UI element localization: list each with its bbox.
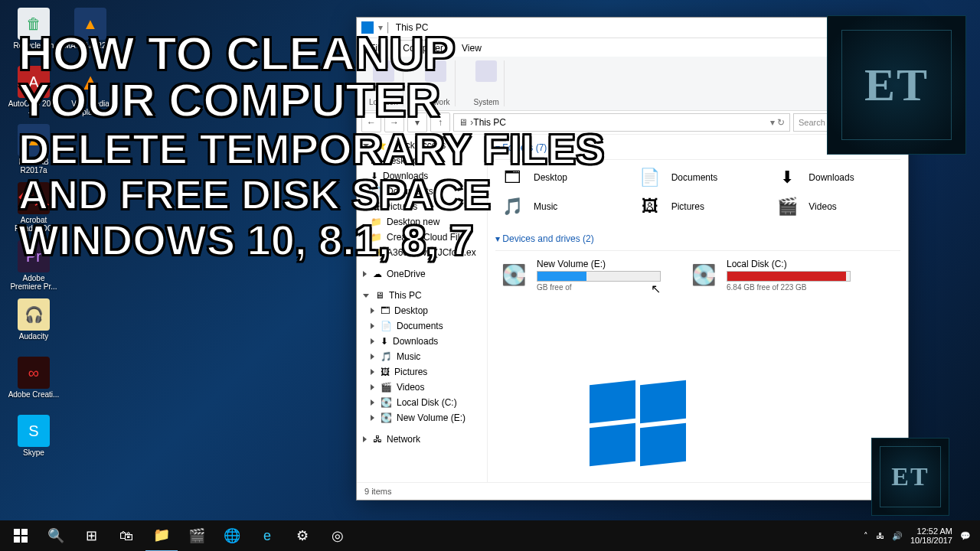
nav-item-downloads[interactable]: ⬇ Downloads	[357, 168, 487, 184]
channel-logo-large: ET	[827, 15, 966, 155]
svg-rect-0	[14, 529, 20, 535]
drive-new-volume-e[interactable]: 💽 New Volume (E:) GB free of	[495, 256, 662, 295]
address-bar[interactable]: 🖥 › This PC▾ ↻	[453, 113, 790, 132]
desktop-folder-icon: 🗔	[497, 166, 528, 189]
nav-item-pictures[interactable]: 🖼 Pictures	[357, 199, 487, 214]
windows-logo-icon	[590, 383, 689, 467]
taskbar-settings-button[interactable]: ⚙	[286, 520, 318, 551]
desktop-icon-autocad[interactable]: AAutoCAD 2017 - ...	[6, 64, 61, 121]
settings-icon[interactable]	[475, 60, 497, 82]
svg-rect-2	[14, 536, 20, 543]
tab-view[interactable]: View	[453, 40, 490, 57]
drive-usage-bar	[537, 271, 661, 282]
quick-access-toolbar[interactable]: ▾ │	[378, 22, 391, 33]
tab-file[interactable]: File	[361, 40, 393, 57]
desktop-icon-skype[interactable]: SSkype	[6, 413, 61, 470]
desktop-icon-matlab-2[interactable]: ▲MATLAB R20...	[63, 6, 118, 63]
tray-overflow-icon[interactable]: ˄	[864, 531, 868, 541]
nav-forward-button[interactable]: →	[384, 112, 404, 132]
tray-network-icon[interactable]: 🖧	[876, 531, 884, 540]
folder-documents[interactable]: 📄Documents	[633, 165, 763, 191]
folder-downloads[interactable]: ⬇Downloads	[770, 165, 900, 191]
taskbar-explorer-button[interactable]: 📁	[145, 520, 178, 551]
channel-logo-small: ET	[871, 438, 949, 516]
nav-item-documents[interactable]: 📄 Documents	[357, 184, 487, 199]
taskbar-movies-button[interactable]: 🎬	[181, 520, 213, 551]
nav-onedrive[interactable]: ☁ OneDrive	[357, 266, 487, 282]
tray-volume-icon[interactable]: 🔊	[892, 531, 903, 541]
desktop-icon-matlab[interactable]: ▲MATLAB R2017a	[6, 122, 61, 179]
explorer-icon	[361, 21, 374, 34]
tray-notifications-icon[interactable]: 💬	[960, 531, 971, 541]
svg-rect-1	[21, 529, 28, 535]
address-bar-row: ← → ▾ ↑ 🖥 › This PC▾ ↻ Search Thi...	[357, 111, 908, 135]
ribbon-group-system: System	[469, 60, 505, 106]
desktop-icon-premiere[interactable]: PrAdobe Premiere Pr...	[6, 239, 61, 295]
taskbar-taskview-button[interactable]: ⊞	[75, 520, 107, 551]
nav-pc-documents[interactable]: 📄 Documents	[357, 318, 487, 334]
nav-item-desktop[interactable]: 🗔 Desktop	[357, 153, 487, 168]
folder-pictures[interactable]: 🖼Pictures	[633, 194, 763, 220]
folder-videos[interactable]: 🎬Videos	[770, 194, 900, 220]
desktop-icon-audacity[interactable]: 🎧Audacity	[6, 297, 61, 354]
status-bar: 9 items	[357, 482, 908, 500]
drive-icon: 💽	[688, 260, 719, 291]
nav-network[interactable]: 🖧 Network	[357, 432, 487, 447]
taskbar: 🔍 ⊞ 🛍 📁 🎬 🌐 e ⚙ ◎ ˄ 🖧 🔊 12:52 AM 10/18/2…	[0, 520, 980, 551]
drive-icon: 💽	[498, 260, 529, 291]
nav-pc-local-c[interactable]: 💽 Local Disk (C:)	[357, 395, 487, 410]
taskbar-obs-button[interactable]: ◎	[322, 520, 354, 551]
nav-pc-music[interactable]: 🎵 Music	[357, 349, 487, 364]
nav-recent-button[interactable]: ▾	[407, 112, 427, 132]
ribbon-group-network: Network	[417, 60, 456, 106]
downloads-folder-icon: ⬇	[772, 166, 802, 189]
section-devices[interactable]: ▾ Devices and drives (2)	[495, 230, 900, 251]
drive-usage-bar	[727, 271, 851, 282]
folder-music[interactable]: 🎵Music	[495, 194, 626, 220]
taskbar-edge-button[interactable]: e	[251, 520, 283, 551]
nav-up-button[interactable]: ↑	[430, 112, 450, 132]
desktop-icon-acrobat[interactable]: �人Acrobat Reader DC	[6, 181, 61, 237]
desktop-icon-creative-cloud[interactable]: ∞Adobe Creati...	[6, 355, 61, 412]
content-pane[interactable]: ▾ Folders (7) 🗔Desktop 📄Documents ⬇Downl…	[488, 135, 908, 482]
desktop-icon-recycle-bin[interactable]: 🗑Recycle Bin	[6, 6, 61, 63]
nav-item-creative-cloud[interactable]: 📁 Creative Cloud Files	[357, 230, 487, 245]
navigation-pane[interactable]: ⭐ Quick access 🗔 Desktop ⬇ Downloads 📄 D…	[357, 135, 488, 482]
pictures-folder-icon: 🖼	[635, 195, 665, 218]
drive-local-c[interactable]: 💽 Local Disk (C:) 6.84 GB free of 223 GB	[685, 256, 852, 295]
nav-item-a360[interactable]: 📁 A360 Drive (JCfoul.ex	[357, 245, 487, 260]
window-titlebar[interactable]: ▾ │ This PC	[357, 18, 908, 38]
system-tray[interactable]: ˄ 🖧 🔊 12:52 AM 10/18/2017 💬	[864, 527, 975, 545]
desktop-icons-column-2: ▲MATLAB R20... ▲VLC media pla...	[63, 6, 118, 121]
desktop-icon-vlc[interactable]: ▲VLC media pla...	[63, 64, 118, 121]
ribbon: Location Network System ⌃	[357, 57, 908, 111]
start-button[interactable]	[5, 520, 37, 551]
network-drive-icon[interactable]	[425, 60, 446, 82]
nav-this-pc[interactable]: 🖥 This PC	[357, 288, 487, 303]
taskbar-clock[interactable]: 12:52 AM 10/18/2017	[910, 527, 952, 545]
nav-pc-new-volume-e[interactable]: 💽 New Volume (E:)	[357, 410, 487, 425]
taskbar-store-button[interactable]: 🛍	[110, 520, 142, 551]
folder-desktop[interactable]: 🗔Desktop	[495, 165, 626, 191]
desktop-icons-column-1: 🗑Recycle Bin AAutoCAD 2017 - ... ▲MATLAB…	[6, 6, 61, 470]
nav-quick-access[interactable]: ⭐ Quick access	[357, 138, 487, 153]
nav-pc-videos[interactable]: 🎬 Videos	[357, 380, 487, 395]
tab-computer[interactable]: Computer	[394, 40, 452, 57]
taskbar-chrome-button[interactable]: 🌐	[216, 520, 248, 551]
window-title: This PC	[396, 22, 429, 33]
ribbon-group-location: Location	[364, 60, 403, 106]
documents-folder-icon: 📄	[635, 166, 665, 189]
properties-icon[interactable]	[373, 60, 394, 82]
taskbar-search-button[interactable]: 🔍	[40, 520, 72, 551]
nav-pc-downloads[interactable]: ⬇ Downloads	[357, 334, 487, 349]
nav-pc-pictures[interactable]: 🖼 Pictures	[357, 364, 487, 380]
videos-folder-icon: 🎬	[772, 195, 802, 218]
music-folder-icon: 🎵	[497, 195, 528, 218]
nav-item-desktop-new[interactable]: 📁 Desktop new	[357, 214, 487, 230]
nav-pc-desktop[interactable]: 🗔 Desktop	[357, 303, 487, 318]
ribbon-tabs: File Computer View	[357, 38, 908, 57]
nav-back-button[interactable]: ←	[361, 112, 381, 132]
svg-rect-3	[21, 536, 28, 543]
